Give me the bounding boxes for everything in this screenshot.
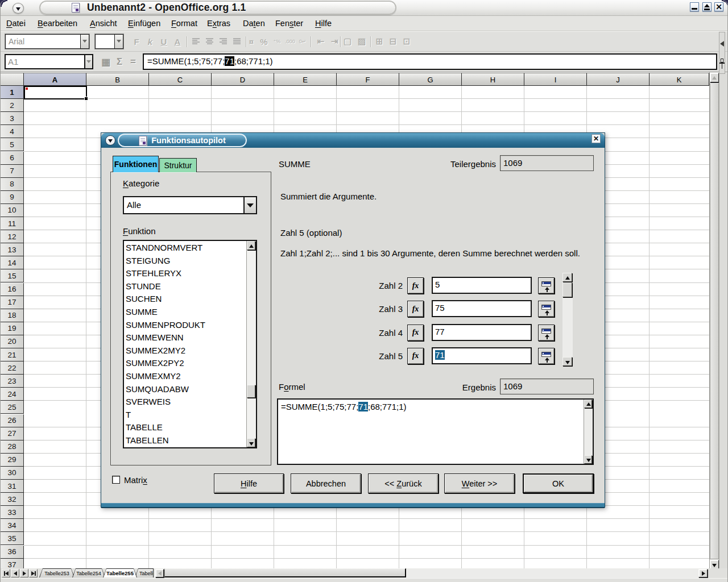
- param-input-2[interactable]: 5: [432, 277, 532, 294]
- menu-hilfe[interactable]: Hilfe: [315, 19, 332, 28]
- pin-icon[interactable]: [721, 59, 723, 63]
- active-cell-marker[interactable]: [24, 86, 87, 99]
- function-item-stfehleryx[interactable]: STFEHLERYX: [126, 268, 181, 278]
- column-header-D[interactable]: D: [212, 73, 274, 86]
- function-item-summe[interactable]: SUMME: [126, 307, 158, 317]
- borders-icon[interactable]: ▢: [341, 35, 354, 48]
- button-weiter[interactable]: Weiter >>: [444, 473, 515, 493]
- add-decimal-place-icon[interactable]: .000: [284, 35, 296, 48]
- row-header-32[interactable]: 32: [1, 493, 24, 506]
- param-input-4[interactable]: 77: [432, 324, 532, 341]
- function-item-summex2my2[interactable]: SUMMEX2MY2: [126, 346, 185, 355]
- category-combobox[interactable]: Alle: [123, 196, 257, 214]
- row-header-14[interactable]: 14: [1, 256, 24, 269]
- column-header-H[interactable]: H: [462, 73, 524, 86]
- shrink-button-3[interactable]: [538, 301, 555, 317]
- button-hilfe[interactable]: Hilfe: [214, 473, 284, 493]
- sum-icon[interactable]: Σ: [113, 55, 126, 69]
- prev-sheet-button[interactable]: [11, 569, 19, 577]
- scroll-up-button[interactable]: [584, 400, 592, 408]
- function-item-summex2py2[interactable]: SUMMEX2PY2: [126, 358, 184, 368]
- row-header-7[interactable]: 7: [1, 165, 24, 178]
- horizontal-scrollbar-thumb[interactable]: [164, 568, 406, 577]
- tab-struktur[interactable]: Struktur: [159, 158, 197, 172]
- column-header-F[interactable]: F: [337, 73, 399, 86]
- row-header-33[interactable]: 33: [1, 506, 24, 519]
- scroll-down-button[interactable]: [584, 455, 592, 464]
- button-zurck[interactable]: << Zurück: [368, 473, 439, 493]
- align-center-icon[interactable]: [203, 35, 216, 48]
- row-header-13[interactable]: 13: [1, 243, 24, 256]
- row-header-6[interactable]: 6: [1, 152, 24, 165]
- menu-extras[interactable]: Extras: [207, 19, 230, 28]
- function-item-sumquadabw[interactable]: SUMQUADABW: [126, 384, 189, 394]
- background-color-icon[interactable]: ▨: [355, 35, 368, 48]
- scroll-left-button[interactable]: [155, 569, 164, 577]
- row-header-17[interactable]: 17: [1, 296, 24, 309]
- align-left-icon[interactable]: [189, 35, 202, 48]
- row-header-28[interactable]: 28: [1, 440, 24, 454]
- params-scrollbar[interactable]: [562, 273, 573, 366]
- menu-datei[interactable]: Datei: [6, 19, 26, 28]
- function-item-t[interactable]: T: [126, 410, 131, 419]
- font-size-dropdown-button[interactable]: [114, 35, 123, 48]
- scroll-up-button[interactable]: [562, 273, 572, 282]
- sheet-tab-tabelle255[interactable]: Tabelle255: [103, 568, 137, 577]
- font-name-dropdown-button[interactable]: [80, 35, 89, 48]
- row-header-23[interactable]: 23: [1, 375, 24, 388]
- equals-icon[interactable]: =: [126, 55, 140, 69]
- sheet-tab-tabelle254[interactable]: Tabelle254: [72, 568, 105, 577]
- row-header-25[interactable]: 25: [1, 401, 24, 414]
- scroll-down-button[interactable]: [562, 357, 572, 366]
- sheet-tab-tabelle[interactable]: Tabelle: [135, 568, 154, 577]
- fx-button-5[interactable]: fx: [407, 348, 424, 364]
- shrink-button-5[interactable]: [538, 348, 555, 364]
- menu-einfgen[interactable]: Einfügen: [128, 19, 160, 28]
- cell-reference-dropdown-button[interactable]: [84, 55, 92, 68]
- button-ok[interactable]: OK: [523, 473, 594, 493]
- maximize-button[interactable]: [702, 2, 712, 11]
- formula-input-line[interactable]: =SUMME(1;5;75;77;71;68;771;1): [143, 53, 717, 70]
- minimize-button[interactable]: [690, 2, 699, 11]
- function-autopilot-icon[interactable]: ▦: [99, 55, 113, 69]
- function-item-summenprodukt[interactable]: SUMMENPRODUKT: [126, 320, 205, 330]
- formula-scrollbar[interactable]: [584, 400, 593, 464]
- bold-icon[interactable]: F: [130, 35, 143, 48]
- row-header-36[interactable]: 36: [1, 546, 24, 559]
- column-header-I[interactable]: I: [524, 73, 587, 86]
- currency-icon[interactable]: ¤: [245, 35, 258, 48]
- next-sheet-button[interactable]: [20, 569, 28, 577]
- row-header-35[interactable]: 35: [1, 532, 24, 545]
- row-header-8[interactable]: 8: [1, 178, 24, 191]
- align-right-icon[interactable]: [217, 35, 229, 48]
- last-sheet-button[interactable]: [29, 569, 38, 577]
- function-listbox[interactable]: STANDNORMVERTSTEIGUNGSTFEHLERYXSTUNDESUC…: [123, 240, 257, 448]
- row-header-15[interactable]: 15: [1, 269, 24, 282]
- param-input-3[interactable]: 75: [432, 300, 532, 317]
- row-header-21[interactable]: 21: [1, 348, 24, 361]
- font-size-combobox[interactable]: [95, 34, 123, 49]
- column-header-E[interactable]: E: [274, 73, 337, 86]
- row-header-9[interactable]: 9: [1, 191, 24, 204]
- align-justify-icon[interactable]: [230, 35, 243, 48]
- column-header-G[interactable]: G: [399, 73, 462, 86]
- shrink-button-2[interactable]: [538, 277, 555, 294]
- font-color-icon[interactable]: A: [171, 35, 184, 48]
- row-header-11[interactable]: 11: [1, 217, 24, 230]
- row-header-3[interactable]: 3: [1, 112, 24, 125]
- collapse-arrow-icon[interactable]: [720, 41, 724, 47]
- row-header-4[interactable]: 4: [1, 125, 24, 138]
- window-menu-button[interactable]: [13, 3, 24, 14]
- sheet-tab-tabelle253[interactable]: Tabelle253: [39, 568, 75, 577]
- row-header-10[interactable]: 10: [1, 204, 24, 217]
- font-name-combobox[interactable]: Arial: [5, 34, 89, 49]
- param-input-5[interactable]: 71: [432, 347, 532, 364]
- vertical-scrollbar-thumb[interactable]: [710, 83, 719, 559]
- scroll-up-button[interactable]: [710, 73, 719, 82]
- function-item-summexmy2[interactable]: SUMMEXMY2: [126, 371, 181, 381]
- underline-icon[interactable]: U: [158, 35, 170, 48]
- column-header-K[interactable]: K: [650, 73, 709, 86]
- function-list-scrollbar[interactable]: [246, 241, 256, 447]
- row-header-20[interactable]: 20: [1, 335, 24, 348]
- function-item-summewenn[interactable]: SUMMEWENN: [126, 332, 184, 342]
